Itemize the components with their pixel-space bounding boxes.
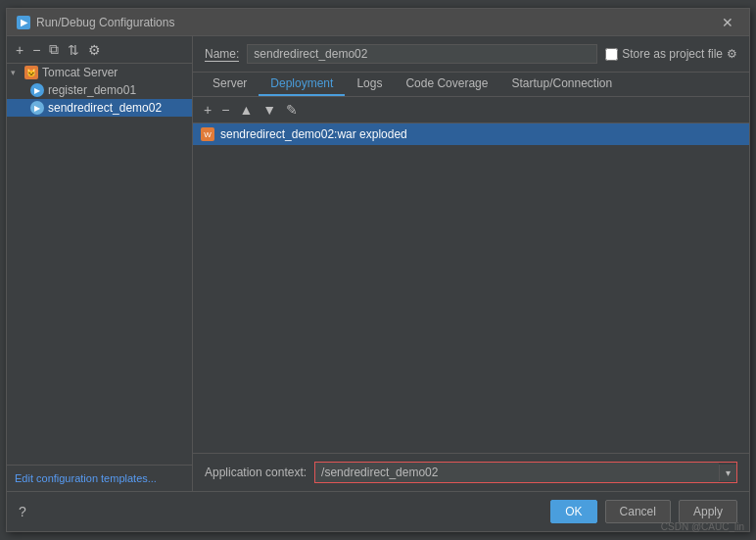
tab-logs[interactable]: Logs [345, 73, 394, 96]
app-context-input-wrapper: ▾ [314, 462, 737, 483]
name-label: Name: [205, 47, 239, 62]
left-panel: + − ⧉ ⇅ ⚙ ▾ 🐱 Tomcat Server ▶ register_d… [7, 36, 193, 491]
tomcat-server-group-header[interactable]: ▾ 🐱 Tomcat Server [7, 64, 192, 81]
remove-config-button[interactable]: − [29, 41, 43, 59]
title-bar-left: ▶ Run/Debug Configurations [17, 16, 174, 29]
dialog-footer: ? OK Cancel Apply [7, 491, 749, 531]
tomcat-server-label: Tomcat Server [42, 66, 118, 79]
store-checkbox-area: Store as project file ⚙ [605, 47, 737, 61]
deploy-item-0[interactable]: W sendredirect_demo02:war exploded [193, 123, 749, 145]
config-icon-2: ▶ [30, 101, 44, 115]
copy-config-button[interactable]: ⧉ [46, 40, 62, 59]
sendredirect-demo02-label: sendredirect_demo02 [48, 101, 162, 115]
apply-button[interactable]: Apply [679, 500, 737, 523]
run-debug-dialog: ▶ Run/Debug Configurations ✕ + − ⧉ ⇅ ⚙ ▾… [6, 8, 750, 532]
right-panel: Name: Store as project file ⚙ Server Dep… [193, 36, 749, 491]
deploy-add-button[interactable]: + [201, 101, 214, 119]
dialog-title: Run/Debug Configurations [36, 16, 174, 29]
edit-config-button[interactable]: ⚙ [85, 41, 104, 59]
tab-startup-connection[interactable]: Startup/Connection [499, 73, 624, 96]
app-context-dropdown-button[interactable]: ▾ [719, 465, 736, 481]
add-config-button[interactable]: + [13, 41, 26, 59]
cancel-button[interactable]: Cancel [605, 500, 671, 523]
help-button[interactable]: ? [19, 504, 26, 519]
deploy-item-icon-0: W [201, 127, 214, 141]
edit-templates-link[interactable]: Edit configuration templates... [15, 472, 157, 484]
dialog-body: + − ⧉ ⇅ ⚙ ▾ 🐱 Tomcat Server ▶ register_d… [7, 36, 749, 491]
store-checkbox[interactable] [605, 48, 618, 61]
ok-button[interactable]: OK [550, 500, 596, 523]
watermark: CSDN @CAUC_lin [661, 521, 744, 532]
app-context-area: Application context: ▾ [193, 453, 749, 491]
deploy-up-button[interactable]: ▲ [236, 101, 256, 119]
left-toolbar: + − ⧉ ⇅ ⚙ [7, 36, 192, 64]
deploy-list: W sendredirect_demo02:war exploded [193, 123, 749, 453]
deploy-edit-button[interactable]: ✎ [283, 101, 301, 119]
tab-code-coverage[interactable]: Code Coverage [394, 73, 499, 96]
config-tree: ▾ 🐱 Tomcat Server ▶ register_demo01 ▶ se… [7, 64, 192, 465]
deploy-down-button[interactable]: ▼ [260, 101, 279, 119]
tomcat-icon: 🐱 [24, 66, 38, 79]
deploy-item-label-0: sendredirect_demo02:war exploded [220, 127, 407, 141]
register-demo01-label: register_demo01 [48, 83, 136, 97]
tab-deployment[interactable]: Deployment [259, 73, 345, 96]
title-bar: ▶ Run/Debug Configurations ✕ [7, 9, 749, 36]
deploy-toolbar: + − ▲ ▼ ✎ [193, 97, 749, 123]
name-row: Name: Store as project file ⚙ [193, 36, 749, 73]
sendredirect-demo02-item[interactable]: ▶ sendredirect_demo02 [7, 99, 192, 117]
left-footer: Edit configuration templates... [7, 465, 192, 491]
tabs-area: Server Deployment Logs Code Coverage Sta… [193, 73, 749, 97]
close-button[interactable]: ✕ [716, 13, 739, 32]
dialog-icon: ▶ [17, 16, 30, 29]
move-config-button[interactable]: ⇅ [65, 41, 82, 59]
app-context-label: Application context: [205, 466, 307, 479]
register-demo01-item[interactable]: ▶ register_demo01 [7, 81, 192, 99]
store-label: Store as project file [622, 47, 723, 61]
tab-server[interactable]: Server [201, 73, 259, 96]
deployment-area: + − ▲ ▼ ✎ W sendredirect_demo02:war expl… [193, 97, 749, 491]
app-context-input[interactable] [315, 463, 719, 482]
tomcat-server-group: ▾ 🐱 Tomcat Server ▶ register_demo01 ▶ se… [7, 64, 192, 117]
deploy-remove-button[interactable]: − [218, 101, 232, 119]
settings-icon: ⚙ [727, 47, 737, 61]
expand-icon: ▾ [11, 68, 21, 77]
config-icon-1: ▶ [30, 83, 44, 97]
name-input[interactable] [247, 44, 597, 64]
